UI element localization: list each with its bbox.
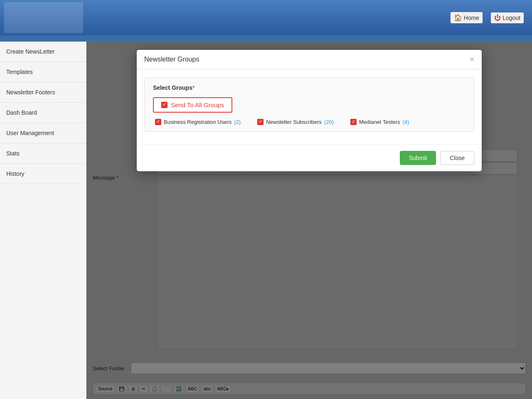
sub-header: [0, 35, 532, 42]
sidebar-item-label: Stats: [6, 150, 20, 157]
modal-body: Select Groups* Send To All Groups Busine…: [137, 69, 482, 144]
group-name-newsletter: Newsletter Subscribers: [266, 119, 322, 125]
sidebar-item-newsletter-footers[interactable]: Newsletter Footers: [0, 82, 86, 103]
group-item-business[interactable]: Business Registration Users (2): [155, 119, 241, 125]
group-item-medianet[interactable]: Medianet Testers (4): [350, 119, 409, 125]
modal-close-button[interactable]: ×: [470, 56, 474, 63]
groups-row: Business Registration Users (2) Newslett…: [153, 119, 466, 125]
select-groups-box: Select Groups* Send To All Groups Busine…: [144, 78, 474, 132]
group-checkbox-newsletter[interactable]: [257, 119, 264, 125]
home-icon: 🏠: [454, 14, 462, 22]
send-to-all-label: Send To All Groups: [171, 101, 224, 108]
submit-button[interactable]: Submit: [400, 151, 436, 165]
select-groups-required: *: [192, 84, 195, 91]
group-count-newsletter: (20): [324, 119, 334, 125]
home-link[interactable]: 🏠 Home: [451, 12, 483, 23]
send-to-all-container[interactable]: Send To All Groups: [153, 97, 232, 113]
modal-dialog: Newsletter Groups × Select Groups* Send …: [137, 50, 482, 171]
content-area: B I U abc X₂ X² 🔗 ≡ ≡ ⇤ ⇥ ❝❞ ≡ ≡ ≡ ≡ ⇄: [86, 42, 532, 399]
sidebar-item-templates[interactable]: Templates: [0, 62, 86, 82]
group-name-medianet: Medianet Testers: [359, 119, 400, 125]
sidebar-item-create-newsletter[interactable]: Create NewsLetter: [0, 42, 86, 62]
sidebar-item-stats[interactable]: Stats: [0, 143, 86, 164]
close-button[interactable]: Close: [440, 151, 474, 165]
sidebar-item-label: Create NewsLetter: [6, 48, 55, 55]
sidebar: Create NewsLetter Templates Newsletter F…: [0, 42, 86, 399]
modal-overlay: Newsletter Groups × Select Groups* Send …: [86, 42, 532, 399]
send-to-all-checkbox[interactable]: [161, 102, 167, 108]
sidebar-item-history[interactable]: History: [0, 164, 86, 184]
modal-title: Newsletter Groups: [144, 56, 200, 63]
home-label: Home: [464, 15, 479, 21]
top-nav: 🏠 Home ⏻ Logout: [451, 12, 524, 23]
top-header: 🏠 Home ⏻ Logout: [0, 0, 532, 35]
sidebar-item-label: History: [6, 170, 25, 177]
sidebar-item-user-management[interactable]: User Management: [0, 123, 86, 143]
logout-link[interactable]: ⏻ Logout: [491, 12, 524, 23]
group-name-business: Business Registration Users: [164, 119, 232, 125]
group-count-medianet: (4): [403, 119, 409, 125]
sidebar-item-dash-board[interactable]: Dash Board: [0, 103, 86, 123]
logout-icon: ⏻: [494, 14, 501, 22]
select-groups-text: Select Groups: [153, 84, 192, 91]
group-checkbox-business[interactable]: [155, 119, 161, 125]
group-count-business: (2): [234, 119, 241, 125]
modal-header: Newsletter Groups ×: [137, 50, 482, 69]
group-item-newsletter[interactable]: Newsletter Subscribers (20): [257, 119, 334, 125]
sidebar-item-label: User Management: [6, 130, 54, 136]
sidebar-item-label: Dash Board: [6, 109, 37, 116]
select-groups-title: Select Groups*: [153, 84, 466, 91]
main-layout: Create NewsLetter Templates Newsletter F…: [0, 42, 532, 399]
logo: [4, 2, 83, 33]
sidebar-item-label: Newsletter Footers: [6, 89, 55, 96]
logout-label: Logout: [502, 15, 520, 21]
sidebar-item-label: Templates: [6, 69, 33, 75]
modal-footer: Submit Close: [137, 144, 482, 171]
group-checkbox-medianet[interactable]: [350, 119, 357, 125]
